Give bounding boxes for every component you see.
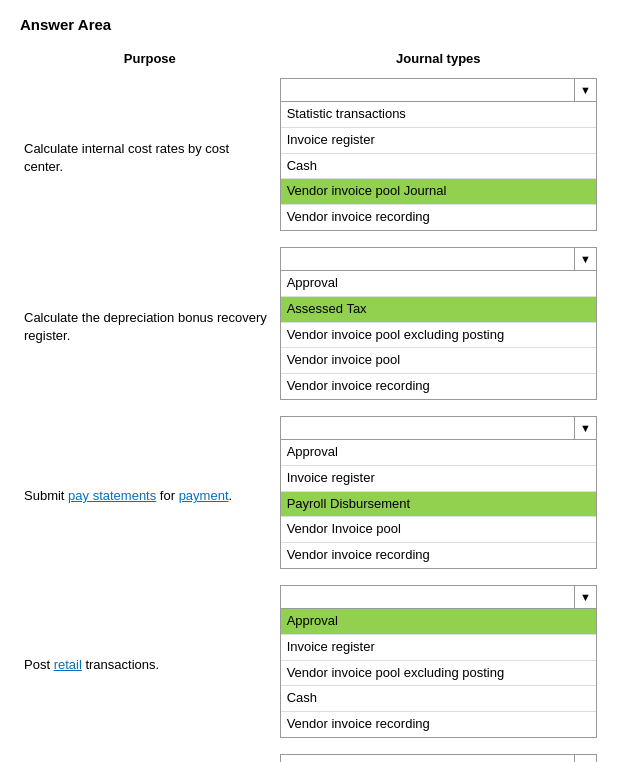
journal-cell-5: ▼ApprovalInvoice registerVendor invoice …: [280, 750, 597, 762]
table-row: Calculate internal cost rates by cost ce…: [20, 74, 597, 243]
dropdown-header-4: ▼: [281, 586, 596, 609]
dropdown-box-4: ▼ApprovalInvoice registerVendor invoice …: [280, 585, 597, 738]
dropdown-item-1-5[interactable]: Vendor invoice recording: [281, 205, 596, 230]
journal-cell-3: ▼ApprovalInvoice registerPayroll Disburs…: [280, 412, 597, 581]
purpose-link-text: payment: [179, 488, 229, 503]
dropdown-item-1-1[interactable]: Statistic transactions: [281, 102, 596, 128]
dropdown-box-2: ▼ApprovalAssessed TaxVendor invoice pool…: [280, 247, 597, 400]
dropdown-item-3-3[interactable]: Payroll Disbursement: [281, 492, 596, 518]
dropdown-arrow-icon[interactable]: ▼: [574, 755, 596, 762]
dropdown-item-3-1[interactable]: Approval: [281, 440, 596, 466]
dropdown-header-3: ▼: [281, 417, 596, 440]
page-title: Answer Area: [20, 16, 597, 33]
purpose-cell-5: Set funds for a specific purpose.: [20, 750, 280, 762]
dropdown-item-2-5[interactable]: Vendor invoice recording: [281, 374, 596, 399]
dropdown-item-4-3[interactable]: Vendor invoice pool excluding posting: [281, 661, 596, 687]
purpose-link-text: retail: [54, 657, 82, 672]
purpose-cell-4: Post retail transactions.: [20, 581, 280, 750]
dropdown-arrow-icon[interactable]: ▼: [574, 248, 596, 270]
table-row: Post retail transactions.▼ApprovalInvoic…: [20, 581, 597, 750]
dropdown-item-4-5[interactable]: Vendor invoice recording: [281, 712, 596, 737]
dropdown-item-3-4[interactable]: Vendor Invoice pool: [281, 517, 596, 543]
dropdown-item-1-4[interactable]: Vendor invoice pool Journal: [281, 179, 596, 205]
dropdown-arrow-icon[interactable]: ▼: [574, 79, 596, 101]
dropdown-item-2-2[interactable]: Assessed Tax: [281, 297, 596, 323]
dropdown-header-5: ▼: [281, 755, 596, 762]
dropdown-item-2-4[interactable]: Vendor invoice pool: [281, 348, 596, 374]
purpose-cell-1: Calculate internal cost rates by cost ce…: [20, 74, 280, 243]
dropdown-item-4-4[interactable]: Cash: [281, 686, 596, 712]
dropdown-box-5: ▼ApprovalInvoice registerVendor invoice …: [280, 754, 597, 762]
journal-cell-2: ▼ApprovalAssessed TaxVendor invoice pool…: [280, 243, 597, 412]
table-row: Calculate the depreciation bonus recover…: [20, 243, 597, 412]
dropdown-box-1: ▼Statistic transactionsInvoice registerC…: [280, 78, 597, 231]
dropdown-item-4-2[interactable]: Invoice register: [281, 635, 596, 661]
dropdown-item-3-2[interactable]: Invoice register: [281, 466, 596, 492]
table-row: Set funds for a specific purpose.▼Approv…: [20, 750, 597, 762]
dropdown-item-1-3[interactable]: Cash: [281, 154, 596, 180]
purpose-cell-2: Calculate the depreciation bonus recover…: [20, 243, 280, 412]
dropdown-item-3-5[interactable]: Vendor invoice recording: [281, 543, 596, 568]
journal-cell-4: ▼ApprovalInvoice registerVendor invoice …: [280, 581, 597, 750]
dropdown-arrow-icon[interactable]: ▼: [574, 586, 596, 608]
purpose-column-header: Purpose: [20, 47, 280, 74]
dropdown-box-3: ▼ApprovalInvoice registerPayroll Disburs…: [280, 416, 597, 569]
dropdown-header-2: ▼: [281, 248, 596, 271]
dropdown-item-4-1[interactable]: Approval: [281, 609, 596, 635]
dropdown-header-1: ▼: [281, 79, 596, 102]
dropdown-arrow-icon[interactable]: ▼: [574, 417, 596, 439]
dropdown-item-1-2[interactable]: Invoice register: [281, 128, 596, 154]
table-row: Submit pay statements for payment.▼Appro…: [20, 412, 597, 581]
purpose-cell-3: Submit pay statements for payment.: [20, 412, 280, 581]
dropdown-item-2-3[interactable]: Vendor invoice pool excluding posting: [281, 323, 596, 349]
journal-column-header: Journal types: [280, 47, 597, 74]
purpose-link-text: pay statements: [68, 488, 156, 503]
dropdown-item-2-1[interactable]: Approval: [281, 271, 596, 297]
journal-cell-1: ▼Statistic transactionsInvoice registerC…: [280, 74, 597, 243]
